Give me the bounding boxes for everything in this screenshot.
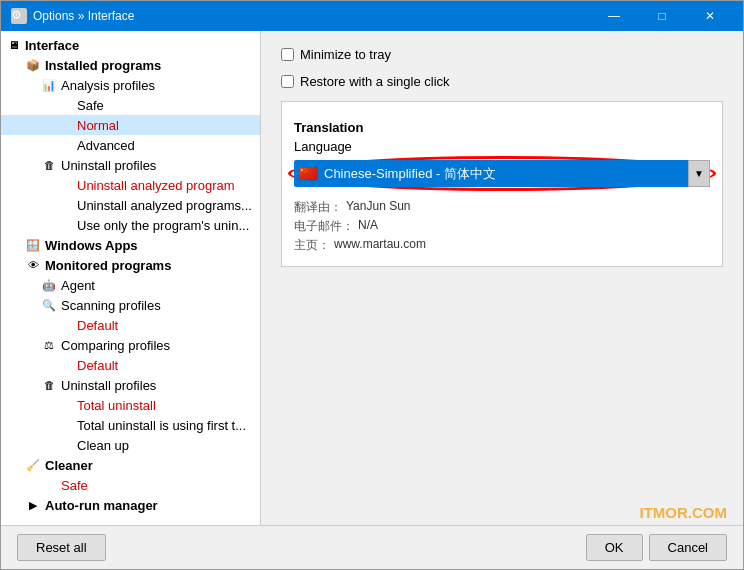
title-bar-controls: — □ ✕ (591, 6, 733, 26)
normal-icon (57, 117, 73, 133)
restore-checkbox[interactable] (281, 75, 294, 88)
dropdown-arrow-btn[interactable]: ▼ (688, 160, 710, 187)
reset-all-button[interactable]: Reset all (17, 534, 106, 561)
translation-heading: Translation (294, 120, 710, 135)
maximize-button[interactable]: □ (639, 6, 685, 26)
close-button[interactable]: ✕ (687, 6, 733, 26)
homepage-label: 主页： (294, 237, 330, 254)
comparing-default-icon (57, 357, 73, 373)
sidebar-item-total-uninstall[interactable]: Total uninstall (1, 395, 260, 415)
advanced-label: Advanced (77, 138, 135, 153)
sidebar-item-uninstall-profiles[interactable]: 🗑Uninstall profiles (1, 155, 260, 175)
sidebar-item-use-only[interactable]: Use only the program's unin... (1, 215, 260, 235)
main-panel: Minimize to tray Restore with a single c… (261, 31, 743, 525)
installed-programs-icon: 📦 (25, 57, 41, 73)
total-uninstall-icon (57, 397, 73, 413)
uninstall-profiles-label: Uninstall profiles (61, 158, 156, 173)
window-title: Options » Interface (33, 9, 134, 23)
sidebar-item-comparing-default[interactable]: Default (1, 355, 260, 375)
cancel-button[interactable]: Cancel (649, 534, 727, 561)
sidebar-item-normal[interactable]: Normal (1, 115, 260, 135)
sidebar-item-scanning-default[interactable]: Default (1, 315, 260, 335)
sidebar-item-installed-programs[interactable]: 📦Installed programs (1, 55, 260, 75)
translation-box: Translation Language 🇨🇳 Chinese-Simplifi… (281, 101, 723, 267)
installed-programs-label: Installed programs (45, 58, 161, 73)
sidebar-item-auto-run[interactable]: ▶Auto-run manager (1, 495, 260, 515)
uninstall-analyzed-2-icon (57, 197, 73, 213)
translator-row: 翻译由： YanJun Sun (294, 199, 710, 216)
sidebar-item-cleaner-safe[interactable]: Safe (1, 475, 260, 495)
interface-icon: 🖥 (5, 37, 21, 53)
ok-button[interactable]: OK (586, 534, 643, 561)
bottom-bar: Reset all OK Cancel (1, 525, 743, 569)
comparing-profiles-icon: ⚖ (41, 337, 57, 353)
analysis-profiles-label: Analysis profiles (61, 78, 155, 93)
main-window: ⚙ Options » Interface — □ ✕ 🖥Interface📦I… (0, 0, 744, 570)
sidebar-item-uninstall-profiles-2[interactable]: 🗑Uninstall profiles (1, 375, 260, 395)
clean-up-icon (57, 437, 73, 453)
uninstall-analyzed-2-label: Uninstall analyzed programs... (77, 198, 252, 213)
sidebar-item-advanced[interactable]: Advanced (1, 135, 260, 155)
sidebar-item-uninstall-analyzed-2[interactable]: Uninstall analyzed programs... (1, 195, 260, 215)
translation-info: 翻译由： YanJun Sun 电子邮件： N/A 主页： www.martau… (294, 199, 710, 254)
title-bar-left: ⚙ Options » Interface (11, 8, 134, 24)
clean-up-label: Clean up (77, 438, 129, 453)
minimize-tray-checkbox[interactable] (281, 48, 294, 61)
minimize-tray-label: Minimize to tray (300, 47, 391, 62)
safe-icon (57, 97, 73, 113)
sidebar-item-safe[interactable]: Safe (1, 95, 260, 115)
sidebar-item-comparing-profiles[interactable]: ⚖Comparing profiles (1, 335, 260, 355)
auto-run-label: Auto-run manager (45, 498, 158, 513)
sidebar-item-windows-apps[interactable]: 🪟Windows Apps (1, 235, 260, 255)
sidebar-item-cleaner[interactable]: 🧹Cleaner (1, 455, 260, 475)
total-uninstall-first-label: Total uninstall is using first t... (77, 418, 246, 433)
language-select-wrapper: 🇨🇳 Chinese-Simplified - 简体中文 ▼ (294, 160, 710, 187)
sidebar-item-clean-up[interactable]: Clean up (1, 435, 260, 455)
language-dropdown[interactable]: Chinese-Simplified - 简体中文 (294, 160, 710, 187)
cleaner-label: Cleaner (45, 458, 93, 473)
homepage-value: www.martau.com (334, 237, 426, 254)
minimize-tray-row: Minimize to tray (281, 47, 723, 62)
total-uninstall-label: Total uninstall (77, 398, 156, 413)
sidebar-item-interface[interactable]: 🖥Interface (1, 35, 260, 55)
cleaner-safe-icon (41, 477, 57, 493)
scanning-default-label: Default (77, 318, 118, 333)
email-value: N/A (358, 218, 378, 235)
sidebar-item-scanning-profiles[interactable]: 🔍Scanning profiles (1, 295, 260, 315)
sidebar-item-total-uninstall-first[interactable]: Total uninstall is using first t... (1, 415, 260, 435)
language-label: Language (294, 139, 710, 154)
sidebar-item-uninstall-analyzed[interactable]: Uninstall analyzed program (1, 175, 260, 195)
uninstall-analyzed-icon (57, 177, 73, 193)
translator-value: YanJun Sun (346, 199, 411, 216)
window-icon: ⚙ (11, 8, 27, 24)
sidebar-item-agent[interactable]: 🤖Agent (1, 275, 260, 295)
comparing-profiles-label: Comparing profiles (61, 338, 170, 353)
agent-icon: 🤖 (41, 277, 57, 293)
minimize-button[interactable]: — (591, 6, 637, 26)
sidebar: 🖥Interface📦Installed programs📊Analysis p… (1, 31, 261, 525)
windows-apps-icon: 🪟 (25, 237, 41, 253)
bottom-right-buttons: OK Cancel (586, 534, 727, 561)
translator-label: 翻译由： (294, 199, 342, 216)
agent-label: Agent (61, 278, 95, 293)
email-label: 电子邮件： (294, 218, 354, 235)
uninstall-profiles-2-label: Uninstall profiles (61, 378, 156, 393)
total-uninstall-first-icon (57, 417, 73, 433)
monitored-programs-label: Monitored programs (45, 258, 171, 273)
email-row: 电子邮件： N/A (294, 218, 710, 235)
cleaner-safe-label: Safe (61, 478, 88, 493)
restore-label: Restore with a single click (300, 74, 450, 89)
homepage-row: 主页： www.martau.com (294, 237, 710, 254)
sidebar-item-monitored-programs[interactable]: 👁Monitored programs (1, 255, 260, 275)
sidebar-item-analysis-profiles[interactable]: 📊Analysis profiles (1, 75, 260, 95)
content-area: 🖥Interface📦Installed programs📊Analysis p… (1, 31, 743, 525)
advanced-icon (57, 137, 73, 153)
scanning-profiles-label: Scanning profiles (61, 298, 161, 313)
safe-label: Safe (77, 98, 104, 113)
analysis-profiles-icon: 📊 (41, 77, 57, 93)
scanning-profiles-icon: 🔍 (41, 297, 57, 313)
comparing-default-label: Default (77, 358, 118, 373)
scanning-default-icon (57, 317, 73, 333)
uninstall-analyzed-label: Uninstall analyzed program (77, 178, 235, 193)
use-only-label: Use only the program's unin... (77, 218, 249, 233)
